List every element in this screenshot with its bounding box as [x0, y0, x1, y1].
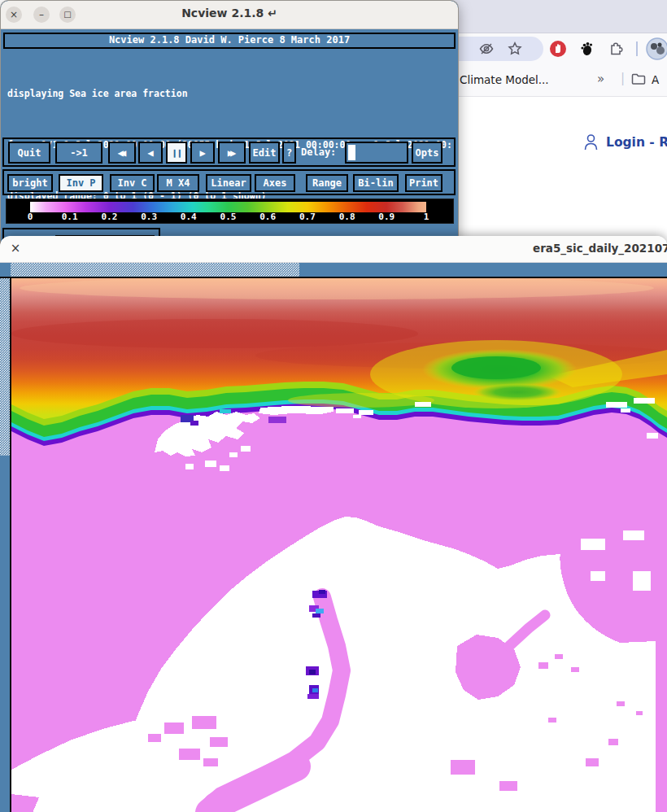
- browser-page-content: Login - Reg: [452, 97, 667, 260]
- linear-scale-button[interactable]: Linear: [206, 174, 251, 192]
- tick-label: 0.4: [181, 212, 197, 222]
- edit-button[interactable]: Edit: [249, 142, 280, 164]
- dataview-window-title: era5_sic_daily_20210701.nc: [533, 242, 667, 255]
- reader-hidden-eye-icon[interactable]: [477, 40, 495, 58]
- step-forward-button[interactable]: ▶: [190, 142, 215, 164]
- person-icon: [584, 133, 598, 151]
- url-bar[interactable]: [452, 37, 543, 61]
- login-register-link[interactable]: Login - Reg: [584, 133, 667, 151]
- invert-colors-button[interactable]: Inv C: [110, 174, 155, 192]
- invert-p-button[interactable]: Inv P: [59, 174, 103, 192]
- bookmark-folder-label[interactable]: A: [652, 73, 659, 86]
- delay-label: Delay:: [301, 146, 336, 158]
- tick-label: 0.7: [299, 212, 316, 222]
- browser-toolbar: [452, 33, 667, 64]
- extensions-puzzle-icon[interactable]: [607, 40, 625, 58]
- axes-button[interactable]: Axes: [255, 174, 295, 192]
- map-row: [0, 277, 667, 812]
- transport-frame: Quit ->1 ◀◀ ◀ ❙❙ ▶ ▶▶ Edit ? Delay: Opts: [2, 138, 456, 167]
- tick-label: 0.3: [141, 212, 157, 222]
- bookmarks-overflow-chevron[interactable]: »: [597, 72, 604, 86]
- dataview-close-icon[interactable]: ×: [8, 241, 23, 255]
- bookmarks-divider: |: [621, 71, 625, 85]
- ncview-titlebar[interactable]: × – □ Ncview 2.1.8 ↵: [1, 1, 458, 29]
- tick-label: 0.6: [259, 212, 276, 222]
- colorbar: 0 0.1 0.2 0.3 0.4 0.5 0.6 0.7 0.8 0.9 1: [6, 199, 454, 224]
- dataview-titlebar[interactable]: × era5_sic_daily_20210701.nc: [0, 236, 667, 263]
- quit-button[interactable]: Quit: [8, 142, 50, 164]
- opts-button[interactable]: Opts: [412, 142, 442, 164]
- ncview-window: × – □ Ncview 2.1.8 ↵ Ncview 2.1.8 David …: [0, 0, 459, 246]
- tick-label: 0.8: [339, 212, 355, 222]
- colormap-button[interactable]: bright: [7, 174, 53, 192]
- range-button[interactable]: Range: [306, 174, 348, 192]
- horizontal-scrollbar-thumb[interactable]: [11, 263, 299, 277]
- magnify-button[interactable]: M X4: [157, 174, 199, 192]
- step-back-button[interactable]: ◀: [138, 142, 163, 164]
- fast-forward-button[interactable]: ▶▶: [218, 142, 246, 164]
- bookmark-star-icon[interactable]: [506, 40, 524, 58]
- pause-button[interactable]: ❙❙: [166, 142, 187, 164]
- print-button[interactable]: Print: [405, 174, 442, 192]
- tick-label: 0.1: [62, 212, 78, 222]
- adblocker-extension-icon[interactable]: [549, 40, 567, 58]
- tick-label: 0: [28, 212, 33, 222]
- login-register-label: Login - Reg: [606, 135, 667, 150]
- status-displaying: displaying Sea ice area fraction: [7, 85, 456, 103]
- bilinear-button[interactable]: Bi-lin: [353, 174, 399, 192]
- help-button[interactable]: ?: [282, 142, 296, 164]
- profile-avatar[interactable]: [646, 37, 667, 60]
- tick-label: 0.5: [220, 212, 237, 222]
- tick-label: 1: [424, 212, 429, 222]
- bookmarks-bar: Climate Model... » | A: [452, 64, 667, 97]
- options-frame: bright Inv P Inv C M X4 Linear Axes Rang…: [2, 169, 456, 195]
- vertical-scrollbar-thumb[interactable]: [0, 278, 10, 456]
- toolbar-divider: [634, 40, 640, 58]
- tick-label: 0.9: [378, 212, 395, 222]
- tick-label: 0.2: [101, 212, 117, 222]
- browser-tab-strip[interactable]: [452, 0, 667, 33]
- dataview-window: × era5_sic_daily_20210701.nc: [0, 236, 667, 812]
- rewind-button[interactable]: ◀◀: [108, 142, 136, 164]
- ncview-version-banner: Ncview 2.1.8 David W. Pierce 8 March 201…: [3, 33, 456, 49]
- horizontal-scrollbar[interactable]: [0, 263, 667, 277]
- colorbar-ticks: 0 0.1 0.2 0.3 0.4 0.5 0.6 0.7 0.8 0.9 1: [30, 212, 426, 223]
- gnome-foot-extension-icon[interactable]: [578, 40, 595, 58]
- ncview-window-title: Ncview 2.1.8 ↵: [1, 7, 458, 20]
- bookmark-item[interactable]: Climate Model...: [460, 73, 549, 86]
- goto-frame-1-button[interactable]: ->1: [55, 142, 102, 164]
- sea-ice-map[interactable]: [11, 278, 667, 812]
- bookmark-folder-icon[interactable]: [631, 72, 646, 89]
- delay-input[interactable]: [345, 142, 408, 164]
- desktop: Climate Model... » | A Login - Reg ×: [0, 0, 667, 812]
